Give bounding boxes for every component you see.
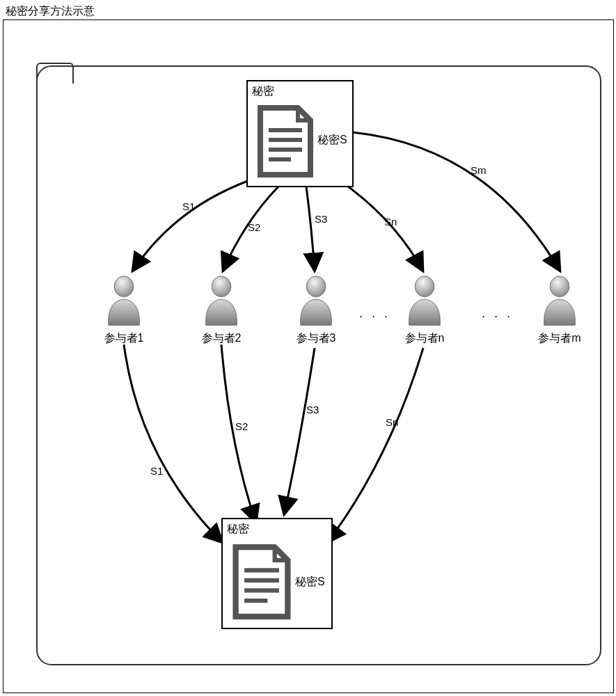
share-up-n: Sn — [386, 416, 398, 428]
ellipsis: . . . — [482, 306, 513, 321]
participant-label-1: 参与者1 — [96, 331, 152, 346]
share-up-1: S1 — [150, 465, 163, 477]
share-down-n: Sn — [384, 216, 397, 228]
secret-bottom-header: 秘密 — [227, 522, 249, 537]
share-up-3: S3 — [306, 404, 319, 416]
share-down-m: Sm — [471, 164, 487, 176]
diagram-canvas: 秘密分享方法示意 秘密 秘密S — [0, 0, 616, 696]
ellipsis: . . . — [359, 306, 390, 321]
participant-label-2: 参与者2 — [194, 331, 249, 346]
person-icon — [405, 275, 444, 329]
secret-top-caption: 秘密S — [317, 133, 347, 148]
person-icon — [540, 275, 579, 329]
person-icon — [104, 275, 143, 329]
document-icon — [231, 544, 292, 622]
document-icon — [256, 105, 315, 180]
participant-label-m: 参与者m — [532, 331, 587, 346]
share-down-1: S1 — [182, 200, 195, 212]
secret-node-bottom: 秘密 秘密S — [221, 518, 333, 629]
secret-top-header: 秘密 — [252, 84, 274, 99]
person-icon — [202, 275, 241, 329]
person-icon — [297, 275, 335, 329]
participant-label-3: 参与者3 — [288, 331, 344, 346]
share-up-2: S2 — [235, 420, 248, 432]
diagram-title: 秘密分享方法示意 — [6, 4, 95, 19]
share-down-3: S3 — [315, 213, 327, 225]
participant-label-n: 参与者n — [397, 331, 452, 346]
secret-bottom-caption: 秘密S — [295, 575, 325, 590]
share-down-2: S2 — [248, 221, 260, 233]
secret-node-top: 秘密 秘密S — [246, 80, 354, 187]
